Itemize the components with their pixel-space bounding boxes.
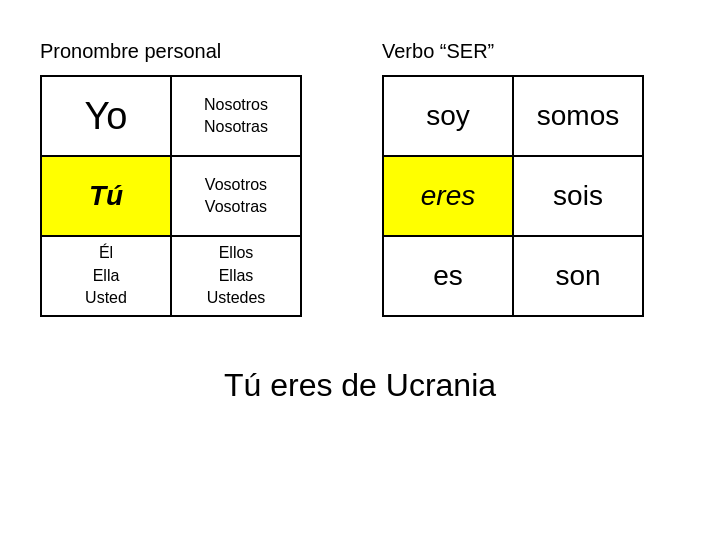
ser-title: Verbo “SER”	[382, 40, 494, 63]
cell-es: es	[383, 236, 513, 316]
ser-table: soy somos eres sois es son	[382, 75, 644, 317]
table-row: ÉlEllaUsted EllosEllasUstedes	[41, 236, 301, 316]
pronombre-table: Yo NosotrosNosotras Tú VosotrosVosotras …	[40, 75, 302, 317]
example-sentence: Tú eres de Ucrania	[40, 367, 680, 404]
cell-nosotros: NosotrosNosotras	[171, 76, 301, 156]
cell-vosotros: VosotrosVosotras	[171, 156, 301, 236]
cell-soy: soy	[383, 76, 513, 156]
cell-yo: Yo	[41, 76, 171, 156]
table-row: soy somos	[383, 76, 643, 156]
tables-row: Pronombre personal Yo NosotrosNosotras T…	[40, 40, 644, 317]
cell-tu: Tú	[41, 156, 171, 236]
table-row: Yo NosotrosNosotras	[41, 76, 301, 156]
cell-son: son	[513, 236, 643, 316]
cell-ellos: EllosEllasUstedes	[171, 236, 301, 316]
table-row: es son	[383, 236, 643, 316]
ser-section: Verbo “SER” soy somos eres sois es son	[382, 40, 644, 317]
cell-somos: somos	[513, 76, 643, 156]
cell-sois: sois	[513, 156, 643, 236]
pronombre-section: Pronombre personal Yo NosotrosNosotras T…	[40, 40, 302, 317]
table-row: eres sois	[383, 156, 643, 236]
pronombre-title: Pronombre personal	[40, 40, 221, 63]
cell-eres: eres	[383, 156, 513, 236]
cell-el: ÉlEllaUsted	[41, 236, 171, 316]
table-row: Tú VosotrosVosotras	[41, 156, 301, 236]
